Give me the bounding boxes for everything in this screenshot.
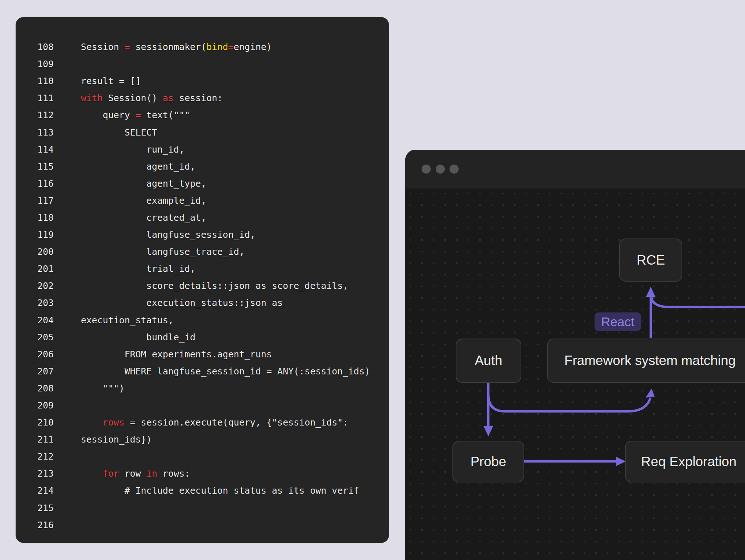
code-text: FROM experiments.agent_runs [81, 349, 272, 360]
code-line: 213 for row in rows: [16, 465, 389, 482]
code-line: 109 [16, 55, 389, 72]
code-text: agent_type, [81, 178, 206, 189]
code-text: session_ids}) [81, 434, 152, 445]
window-control-dot-icon[interactable] [450, 165, 459, 174]
line-number: 215 [16, 503, 81, 513]
line-number: 118 [16, 212, 81, 223]
code-text: agent_id, [81, 161, 195, 172]
line-number: 212 [16, 451, 81, 462]
code-line: 116 agent_type, [16, 175, 389, 192]
line-number: 110 [16, 76, 81, 86]
code-text: with Session() as session: [81, 93, 223, 103]
code-line: 113 SELECT [16, 124, 389, 141]
code-line: 115 agent_id, [16, 158, 389, 175]
code-text: # Include execution status as its own ve… [81, 485, 359, 496]
line-number: 209 [16, 400, 81, 411]
code-line: 211session_ids}) [16, 431, 389, 448]
code-text: for row in rows: [81, 468, 190, 479]
code-text: Session = sessionmaker(bind=engine) [81, 42, 272, 52]
code-line: 203 execution_status::json as [16, 294, 389, 311]
window-control-dot-icon[interactable] [422, 165, 431, 174]
line-number: 117 [16, 195, 81, 206]
code-text: rows = session.execute(query, {"session_… [81, 417, 348, 428]
line-number: 116 [16, 178, 81, 189]
line-number: 202 [16, 281, 81, 291]
code-line: 207 WHERE langfuse_session_id = ANY(:ses… [16, 363, 389, 380]
node-probe[interactable]: Probe [452, 441, 524, 482]
line-number: 112 [16, 110, 81, 120]
code-line: 112 query = text(""" [16, 107, 389, 124]
code-line: 215 [16, 499, 389, 517]
line-number: 108 [16, 42, 81, 52]
edge-label-react[interactable]: React [595, 312, 641, 331]
line-number: 113 [16, 127, 81, 138]
code-editor-panel[interactable]: 108Session = sessionmaker(bind=engine)10… [16, 17, 389, 543]
code-lines: 108Session = sessionmaker(bind=engine)10… [16, 38, 389, 534]
line-number: 208 [16, 383, 81, 394]
code-line: 202 score_details::json as score_details… [16, 277, 389, 294]
line-number: 207 [16, 366, 81, 377]
code-text: execution_status, [81, 315, 174, 325]
line-number: 206 [16, 349, 81, 360]
code-line: 108Session = sessionmaker(bind=engine) [16, 38, 389, 55]
line-number: 114 [16, 144, 81, 155]
node-auth[interactable]: Auth [456, 339, 521, 383]
line-number: 205 [16, 332, 81, 343]
code-line: 119 langfuse_session_id, [16, 226, 389, 243]
code-text: bundle_id [81, 332, 195, 343]
code-line: 210 rows = session.execute(query, {"sess… [16, 414, 389, 431]
line-number: 111 [16, 93, 81, 103]
code-text: result = [] [81, 76, 141, 86]
code-text: SELECT [81, 127, 157, 138]
line-number: 213 [16, 468, 81, 479]
line-number: 214 [16, 485, 81, 496]
line-number: 211 [16, 434, 81, 445]
code-line: 214 # Include execution status as its ow… [16, 482, 389, 499]
line-number: 203 [16, 298, 81, 308]
code-line: 206 FROM experiments.agent_runs [16, 346, 389, 363]
code-text: example_id, [81, 195, 206, 206]
code-text: score_details::json as score_details, [81, 281, 348, 291]
line-number: 216 [16, 520, 81, 530]
code-text: execution_status::json as [81, 298, 283, 308]
line-number: 115 [16, 161, 81, 172]
code-line: 216 [16, 517, 389, 534]
code-line: 117 example_id, [16, 192, 389, 209]
code-line: 204execution_status, [16, 312, 389, 329]
line-number: 200 [16, 246, 81, 257]
code-line: 205 bundle_id [16, 329, 389, 346]
code-line: 111with Session() as session: [16, 90, 389, 107]
node-framework-system-matching[interactable]: Framework system matching [547, 339, 745, 383]
code-text: WHERE langfuse_session_id = ANY(:session… [81, 366, 370, 377]
line-number: 109 [16, 59, 81, 69]
screen: { "colors": { "page_bg": "#dfdde8", "cod… [0, 0, 745, 560]
diagram-window: RCE Auth Framework system matching Probe… [405, 150, 745, 560]
code-line: 110result = [] [16, 72, 389, 90]
code-text: created_at, [81, 212, 206, 223]
code-line: 200 langfuse_trace_id, [16, 243, 389, 260]
code-line: 209 [16, 397, 389, 414]
code-text: """) [81, 383, 124, 394]
code-line: 114 run_id, [16, 141, 389, 158]
code-line: 212 [16, 448, 389, 465]
node-rce[interactable]: RCE [619, 238, 682, 282]
window-control-dot-icon[interactable] [436, 165, 445, 174]
window-titlebar[interactable] [405, 150, 745, 188]
node-req-exploration[interactable]: Req Exploration [625, 441, 745, 482]
code-text: query = text(""" [81, 110, 190, 120]
code-text: langfuse_session_id, [81, 229, 256, 240]
code-line: 208 """) [16, 380, 389, 397]
line-number: 119 [16, 229, 81, 240]
code-text: run_id, [81, 144, 185, 155]
code-text: langfuse_trace_id, [81, 246, 245, 257]
line-number: 210 [16, 417, 81, 428]
code-line: 118 created_at, [16, 209, 389, 226]
code-line: 201 trial_id, [16, 260, 389, 277]
code-text: trial_id, [81, 264, 195, 274]
line-number: 201 [16, 264, 81, 274]
line-number: 204 [16, 315, 81, 325]
